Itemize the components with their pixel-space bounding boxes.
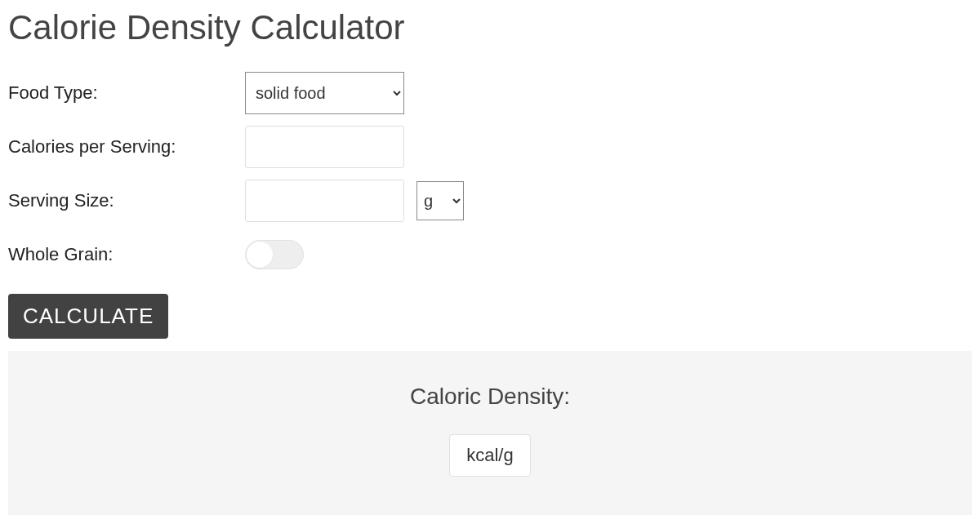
calories-input[interactable] <box>245 126 404 168</box>
result-title: Caloric Density: <box>24 384 956 410</box>
page-title: Calorie Density Calculator <box>8 8 972 47</box>
result-unit: kcal/g <box>466 445 513 465</box>
calculate-button[interactable]: CALCULATE <box>8 294 168 339</box>
serving-size-row: Serving Size: g <box>8 180 972 222</box>
result-panel: Caloric Density: kcal/g <box>8 351 972 515</box>
calories-row: Calories per Serving: <box>8 126 972 168</box>
toggle-knob <box>247 242 273 268</box>
food-type-label: Food Type: <box>8 82 245 104</box>
food-type-select[interactable]: solid food <box>245 72 404 114</box>
serving-unit-select[interactable]: g <box>416 181 464 220</box>
calories-label: Calories per Serving: <box>8 136 245 158</box>
serving-size-label: Serving Size: <box>8 190 245 211</box>
food-type-row: Food Type: solid food <box>8 72 972 114</box>
whole-grain-toggle[interactable] <box>245 240 304 269</box>
whole-grain-label: Whole Grain: <box>8 244 245 265</box>
serving-size-input[interactable] <box>245 180 404 222</box>
whole-grain-row: Whole Grain: <box>8 233 972 276</box>
result-box: kcal/g <box>449 434 530 477</box>
